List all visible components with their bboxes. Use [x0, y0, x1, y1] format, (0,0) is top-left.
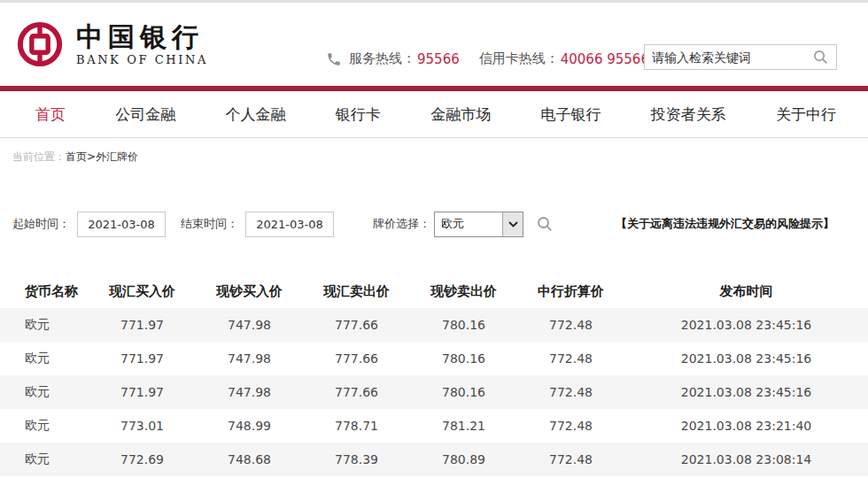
cell-selling-rate: 777.66 [303, 342, 410, 375]
search-icon[interactable] [813, 50, 828, 65]
risk-notice-link[interactable]: 【关于远离违法违规外汇交易的风险提示】 [616, 216, 834, 232]
cell-buying-rate: 772.69 [89, 443, 196, 476]
cell-conversion-rate: 772.48 [517, 342, 624, 375]
site-search-box [644, 44, 837, 70]
col-selling-rate: 现汇卖出价 [303, 274, 410, 308]
cell-cash-selling-rate: 780.16 [410, 308, 517, 342]
cell-buying-rate: 773.01 [89, 409, 196, 443]
cell-conversion-rate: 772.48 [517, 443, 624, 476]
table-row: 欧元 771.97 747.98 777.66 780.16 772.48 20… [0, 342, 868, 375]
table-row: 欧元 771.97 747.98 777.66 780.16 772.48 20… [0, 375, 868, 409]
cell-buying-rate: 771.97 [89, 375, 196, 409]
breadcrumb-label: 当前位置： [12, 150, 66, 163]
nav-item-about-boc[interactable]: 关于中行 [776, 104, 836, 125]
rate-type-select[interactable]: 欧元 [434, 212, 523, 237]
fx-rates-table: 货币名称 现汇买入价 现钞买入价 现汇卖出价 现钞卖出价 中行折算价 发布时间 … [0, 274, 868, 476]
rate-type-label: 牌价选择： [373, 216, 430, 232]
start-date-label: 起始时间： [12, 216, 70, 232]
cell-conversion-rate: 772.48 [517, 375, 624, 409]
boc-fx-page: 中国银行 BANK OF CHINA 服务热线： 95566 信用卡热线： 40… [0, 0, 868, 478]
table-header-row: 货币名称 现汇买入价 现钞买入价 现汇卖出价 现钞卖出价 中行折算价 发布时间 [0, 274, 868, 308]
filter-bar: 起始时间： 结束时间： 牌价选择： 欧元 【关于远离违法违规外汇交易的风险提示】 [0, 211, 868, 237]
cell-currency: 欧元 [0, 443, 89, 476]
col-release-time: 发布时间 [624, 274, 868, 308]
cell-currency: 欧元 [0, 342, 89, 375]
nav-item-financial-markets[interactable]: 金融市场 [430, 104, 491, 125]
cell-selling-rate: 778.71 [303, 409, 410, 443]
service-hotline-label: 服务热线： [349, 50, 415, 67]
cell-selling-rate: 777.66 [303, 308, 410, 342]
header: 中国银行 BANK OF CHINA 服务热线： 95566 信用卡热线： 40… [0, 3, 868, 86]
col-cash-buying-rate: 现钞买入价 [196, 274, 303, 308]
boc-logo[interactable]: 中国银行 BANK OF CHINA [16, 20, 208, 68]
cell-cash-selling-rate: 780.16 [410, 375, 517, 409]
cell-selling-rate: 777.66 [303, 375, 410, 409]
cell-release-time: 2021.03.08 23:45:16 [624, 342, 868, 375]
cell-conversion-rate: 772.48 [517, 409, 624, 443]
logo-english-name: BANK OF CHINA [76, 53, 208, 66]
cell-cash-buying-rate: 747.98 [196, 375, 303, 409]
cell-release-time: 2021.03.08 23:21:40 [624, 409, 868, 443]
cell-cash-buying-rate: 747.98 [196, 342, 303, 375]
hotline-bar: 服务热线： 95566 信用卡热线： 40066 95566 [326, 50, 649, 67]
search-input[interactable] [645, 50, 813, 65]
cell-release-time: 2021.03.08 23:45:16 [624, 308, 868, 342]
breadcrumb-path[interactable]: 首页>外汇牌价 [66, 150, 138, 163]
boc-emblem-icon [16, 20, 64, 68]
nav-item-home[interactable]: 首页 [35, 104, 66, 125]
cell-release-time: 2021.03.08 23:45:16 [624, 375, 868, 409]
select-dropdown-button[interactable] [502, 212, 523, 236]
end-date-input[interactable] [245, 212, 334, 237]
cell-conversion-rate: 772.48 [517, 308, 624, 342]
nav-item-investor-relations[interactable]: 投资者关系 [651, 104, 726, 125]
cell-buying-rate: 771.97 [89, 308, 196, 342]
table-row: 欧元 772.69 748.68 778.39 780.89 772.48 20… [0, 443, 868, 476]
logo-text: 中国银行 BANK OF CHINA [76, 22, 208, 66]
col-boc-conversion-rate: 中行折算价 [517, 274, 624, 308]
cell-cash-selling-rate: 780.16 [410, 342, 517, 375]
table-row: 欧元 771.97 747.98 777.66 780.16 772.48 20… [0, 308, 868, 342]
nav-item-e-banking[interactable]: 电子银行 [540, 104, 601, 125]
credit-hotline-label: 信用卡热线： [479, 50, 559, 67]
chevron-down-icon [508, 221, 518, 227]
cell-cash-buying-rate: 748.68 [196, 443, 303, 476]
col-cash-selling-rate: 现钞卖出价 [410, 274, 517, 308]
cell-cash-buying-rate: 748.99 [196, 409, 303, 443]
cell-cash-selling-rate: 780.89 [410, 443, 517, 476]
cell-currency: 欧元 [0, 375, 89, 409]
nav-item-bank-card[interactable]: 银行卡 [336, 104, 381, 125]
rate-type-selected-value: 欧元 [435, 212, 502, 236]
cell-release-time: 2021.03.08 23:08:14 [624, 443, 868, 476]
cell-selling-rate: 778.39 [303, 443, 410, 476]
cell-currency: 欧元 [0, 308, 89, 342]
nav-item-personal-banking[interactable]: 个人金融 [226, 104, 286, 125]
end-date-label: 结束时间： [181, 216, 238, 232]
start-date-input[interactable] [77, 212, 166, 237]
col-buying-rate: 现汇买入价 [89, 274, 196, 308]
cell-currency: 欧元 [0, 409, 89, 443]
phone-icon [326, 51, 342, 67]
table-row: 欧元 773.01 748.99 778.71 781.21 772.48 20… [0, 409, 868, 443]
nav-item-corporate-banking[interactable]: 公司金融 [115, 104, 175, 125]
logo-chinese-name: 中国银行 [76, 22, 208, 51]
cell-cash-selling-rate: 781.21 [410, 409, 517, 443]
query-search-icon[interactable] [537, 216, 553, 232]
breadcrumb: 当前位置：首页>外汇牌价 [0, 138, 868, 170]
col-currency-name: 货币名称 [0, 274, 89, 308]
cell-buying-rate: 771.97 [89, 342, 196, 375]
main-nav: 首页 公司金融 个人金融 银行卡 金融市场 电子银行 投资者关系 关于中行 [0, 91, 868, 138]
credit-hotline-number: 40066 95566 [561, 51, 649, 67]
cell-cash-buying-rate: 747.98 [196, 308, 303, 342]
service-hotline-number: 95566 [417, 51, 460, 67]
